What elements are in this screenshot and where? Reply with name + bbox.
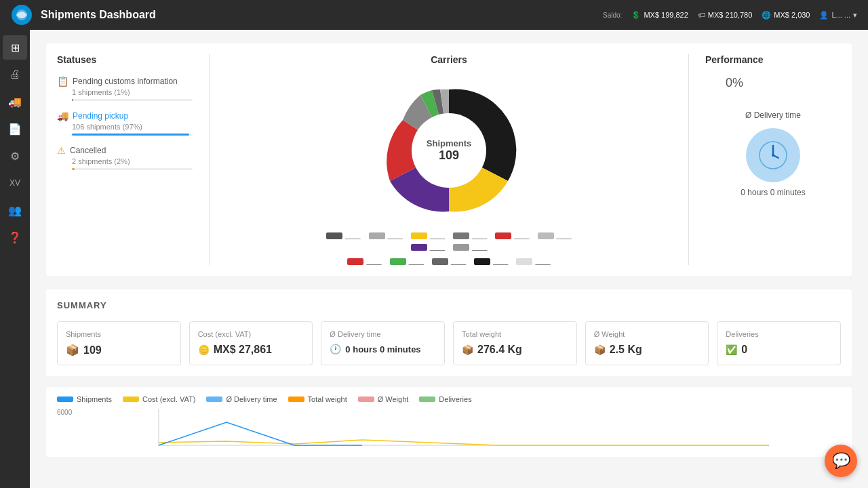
chart-wrapper: 6000 [57,409,841,449]
app-logo [11,4,33,26]
legend-label-13: ____ [535,258,550,265]
balance2: 🏷 MX$ 210,780 [698,11,752,19]
legend-label-5: ____ [514,232,529,239]
sidebar: ⊞ 🖨 🚚 📄 ⚙ XV 👥 ❓ [0,30,30,488]
balance2-icon: 🏷 [698,11,705,19]
legend-color-3 [411,232,427,239]
pickup-label: Pending pickup [73,111,128,121]
legend-label-9: ____ [366,258,381,265]
sidebar-item-settings[interactable]: ⚙ [3,144,27,168]
card-avg-weight-value: 📦 2.5 Kg [594,344,701,356]
legend-color-8 [453,244,469,251]
card-shipments-label: Shipments [66,330,172,338]
card-shipments: Shipments 📦 109 [57,321,181,365]
legend-item-6: ____ [538,232,572,239]
clock-svg [757,139,789,171]
cancelled-bar-fill [72,168,75,170]
card-delivery-time: Ø Delivery time 🕐 0 hours 0 minutes [321,321,445,365]
customs-label: Pending customs information [73,77,178,86]
cost-icon: 🪙 [198,344,210,355]
card-avg-weight: Ø Weight 📦 2.5 Kg [585,321,709,365]
header-right: Saldo: 💲 MX$ 199,822 🏷 MX$ 210,780 🌐 MX$… [603,11,857,20]
card-weight-value: 📦 276.4 Kg [462,344,568,356]
pickup-bar-fill [72,134,189,136]
legend-item-3: ____ [411,232,445,239]
user-icon: 👤 [819,11,829,20]
clock-circle [746,128,800,182]
customs-bar-fill [72,99,73,101]
legend-label-7: ____ [430,243,445,251]
weight-num: 276.4 Kg [477,344,522,356]
sidebar-item-documents[interactable]: 📄 [3,117,27,141]
balance2-amount: MX$ 210,780 [708,11,752,19]
legend-label-deliveries: Deliveries [439,395,471,403]
legend-label-4: ____ [472,232,487,239]
customs-count: 1 shipments (1%) [72,88,193,96]
donut-chart: Shipments 109 [374,76,524,225]
legend-item-5: ____ [495,232,529,239]
legend-label-11: ____ [451,258,466,265]
statuses-title: Statuses [57,54,193,65]
chat-icon: 💬 [832,452,850,470]
chart-y-label: 6000 [57,409,72,416]
balance3-amount: MX$ 2,030 [774,11,810,19]
legend-item-7: ____ [411,243,445,251]
card-cost-label: Cost (excl. VAT) [198,330,304,338]
shipments-icon: 📦 [66,344,79,357]
legend-label-delivery: Ø Delivery time [226,395,277,403]
legend-color-12 [474,258,490,265]
card-avg-weight-label: Ø Weight [594,330,701,338]
legend-color-4 [453,232,469,239]
legend-deliveries-chart: Deliveries [419,395,471,403]
donut-value: 109 [427,148,471,163]
status-header-cancelled: ⚠ Cancelled [57,145,193,156]
legend-item-8: ____ [453,243,487,251]
sidebar-item-users[interactable]: 👥 [3,198,27,222]
top-header: Shipments Dashboard Saldo: 💲 MX$ 199,822… [0,0,868,30]
card-total-weight: Total weight 📦 276.4 Kg [453,321,577,365]
user-menu[interactable]: 👤 L... ... ▾ [819,11,857,20]
status-item-pending-pickup: 🚚 Pending pickup 106 shipments (97%) [57,110,193,136]
cancelled-bar [72,168,193,170]
legend-color-6 [538,232,554,239]
delivery-num: 0 hours 0 minutes [345,344,420,354]
balance3: 🌐 MX$ 2,030 [762,11,810,20]
card-cost: Cost (excl. VAT) 🪙 MX$ 27,861 [189,321,313,365]
legend-item-12: ____ [474,258,508,265]
card-deliveries-label: Deliveries [726,330,832,338]
balance3-icon: 🌐 [762,11,771,20]
legend-color-5 [495,232,511,239]
performance-section: Performance 0% Ø Delivery time 0 hours 0… [705,54,841,265]
card-delivery-value: 🕐 0 hours 0 minutes [330,344,436,354]
legend-color-9 [347,258,363,265]
balance1-icon: 💲 [631,11,641,20]
pickup-icon: 🚚 [57,110,68,121]
sidebar-item-dashboard[interactable]: ⊞ [3,35,27,60]
legend-color-13 [516,258,532,265]
weight-icon: 📦 [462,344,473,355]
card-deliveries-value: ✅ 0 [726,344,832,356]
main-content: Statuses 📋 Pending customs information 1… [30,30,868,488]
sidebar-item-labels[interactable]: XV [3,171,27,195]
card-shipments-value: 📦 109 [66,344,172,357]
legend-item-2: ____ [369,232,403,239]
delivery-time-label: Ø Delivery time [745,110,801,120]
legend-item-9: ____ [347,258,381,265]
sidebar-item-help[interactable]: ❓ [3,225,27,249]
summary-section: SUMMARY Shipments 📦 109 Cost (excl. VAT)… [46,289,852,376]
legend-color-total-weight [288,396,304,402]
legend-color-1 [326,232,342,239]
sidebar-item-print[interactable]: 🖨 [3,62,27,87]
carriers-legend-row2: ____ ____ ____ ____ [347,258,550,265]
carriers-legend: ____ ____ ____ ____ [307,232,591,251]
customs-bar [72,99,193,101]
sidebar-item-shipments[interactable]: 🚚 [3,89,27,114]
legend-color-deliveries [419,396,435,402]
chat-button[interactable]: 💬 [825,445,857,477]
carriers-title: Carriers [431,54,467,65]
legend-label-cost: Cost (excl. VAT) [142,395,195,403]
saldo-label: Saldo: [603,12,622,19]
legend-item-13: ____ [516,258,550,265]
chart-legend: Shipments Cost (excl. VAT) Ø Delivery ti… [57,395,841,403]
legend-delivery: Ø Delivery time [206,395,277,403]
